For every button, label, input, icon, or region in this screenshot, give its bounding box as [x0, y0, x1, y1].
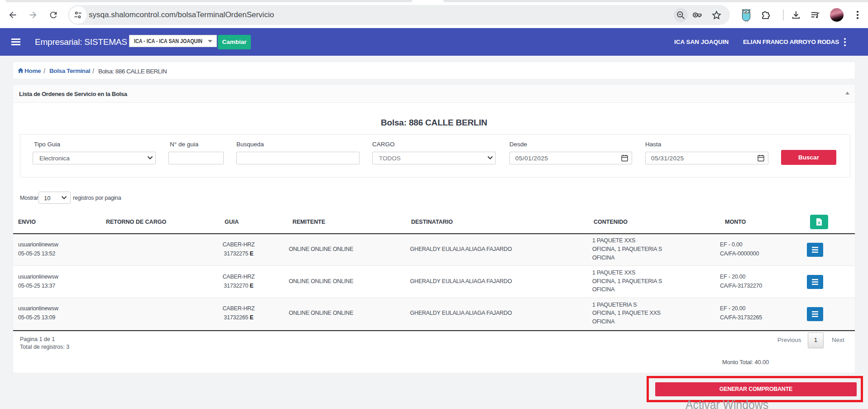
svg-text:X: X: [818, 221, 820, 225]
